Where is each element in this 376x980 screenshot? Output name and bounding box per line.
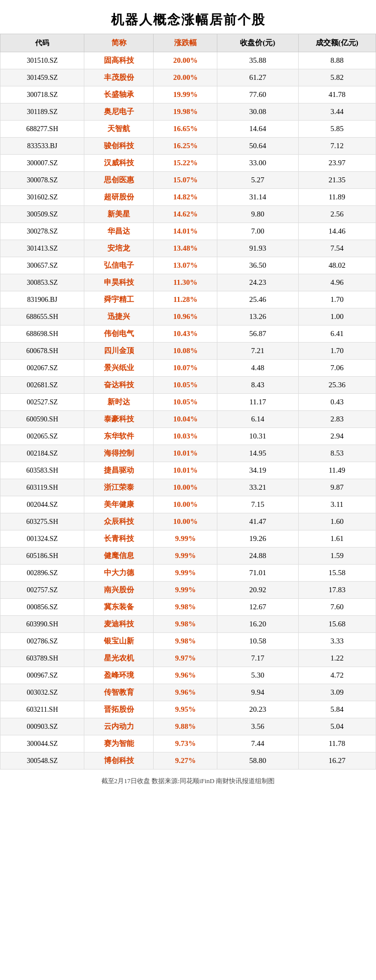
- table-row: 603583.SH捷昌驱动10.01%34.1911.49: [1, 462, 376, 479]
- cell-change: 9.99%: [154, 565, 217, 582]
- cell-price: 41.47: [217, 513, 298, 530]
- cell-volume: 1.61: [298, 530, 375, 548]
- cell-volume: 4.72: [298, 667, 375, 684]
- table-row: 833533.BJ骏创科技16.25%50.647.12: [1, 138, 376, 155]
- table-row: 002184.SZ海得控制10.01%14.958.53: [1, 445, 376, 462]
- cell-code: 002067.SZ: [1, 360, 84, 377]
- cell-name: 骏创科技: [84, 138, 154, 155]
- table-row: 603119.SH浙江荣泰10.00%33.219.87: [1, 479, 376, 496]
- table-row: 002065.SZ东华软件10.03%10.312.94: [1, 428, 376, 445]
- cell-price: 77.60: [217, 86, 298, 103]
- cell-change: 20.00%: [154, 69, 217, 86]
- cell-volume: 48.02: [298, 257, 375, 274]
- cell-price: 16.20: [217, 616, 298, 633]
- cell-name: 东华软件: [84, 428, 154, 445]
- header-change: 涨跌幅: [154, 34, 217, 52]
- table-row: 603275.SH众辰科技10.00%41.471.60: [1, 513, 376, 530]
- cell-code: 688655.SH: [1, 308, 84, 325]
- cell-volume: 1.70: [298, 291, 375, 308]
- table-row: 688655.SH迅捷兴10.96%13.261.00: [1, 308, 376, 325]
- cell-volume: 8.53: [298, 445, 375, 462]
- table-row: 003032.SZ传智教育9.96%9.943.09: [1, 684, 376, 701]
- table-row: 000903.SZ云内动力9.88%3.565.04: [1, 718, 376, 735]
- cell-change: 9.99%: [154, 530, 217, 548]
- cell-change: 10.08%: [154, 343, 217, 360]
- table-row: 603789.SH星光农机9.97%7.171.22: [1, 650, 376, 667]
- cell-price: 33.00: [217, 155, 298, 172]
- cell-volume: 14.46: [298, 223, 375, 240]
- table-row: 300509.SZ新美星14.62%9.802.56: [1, 206, 376, 223]
- table-row: 300044.SZ赛为智能9.73%7.4411.78: [1, 735, 376, 752]
- cell-price: 91.93: [217, 240, 298, 257]
- table-row: 000967.SZ盈峰环境9.96%5.304.72: [1, 667, 376, 684]
- cell-name: 捷昌驱动: [84, 462, 154, 479]
- cell-name: 思创医惠: [84, 172, 154, 189]
- cell-change: 9.96%: [154, 667, 217, 684]
- table-row: 301189.SZ奥尼电子19.98%30.083.44: [1, 103, 376, 121]
- cell-volume: 21.35: [298, 172, 375, 189]
- cell-code: 301510.SZ: [1, 52, 84, 69]
- cell-name: 海得控制: [84, 445, 154, 462]
- cell-code: 301189.SZ: [1, 103, 84, 121]
- cell-code: 000856.SZ: [1, 599, 84, 616]
- cell-name: 长盛轴承: [84, 86, 154, 103]
- cell-code: 301602.SZ: [1, 189, 84, 206]
- page-container: 机器人概念涨幅居前个股 代码 简称 涨跌幅 收盘价(元) 成交额(亿元) 301…: [0, 0, 376, 793]
- cell-price: 19.26: [217, 530, 298, 548]
- cell-price: 5.30: [217, 667, 298, 684]
- cell-volume: 3.44: [298, 103, 375, 121]
- cell-change: 9.99%: [154, 548, 217, 565]
- cell-name: 众辰科技: [84, 513, 154, 530]
- cell-change: 16.25%: [154, 138, 217, 155]
- cell-change: 13.48%: [154, 240, 217, 257]
- cell-price: 20.92: [217, 582, 298, 599]
- cell-name: 汉威科技: [84, 155, 154, 172]
- cell-change: 15.22%: [154, 155, 217, 172]
- cell-volume: 1.00: [298, 308, 375, 325]
- table-row: 300657.SZ弘信电子13.07%36.5048.02: [1, 257, 376, 274]
- cell-change: 9.96%: [154, 684, 217, 701]
- cell-name: 申昊科技: [84, 274, 154, 291]
- cell-volume: 4.96: [298, 274, 375, 291]
- cell-code: 605186.SH: [1, 548, 84, 565]
- cell-price: 34.19: [217, 462, 298, 479]
- cell-change: 10.00%: [154, 513, 217, 530]
- cell-change: 10.07%: [154, 360, 217, 377]
- cell-price: 7.00: [217, 223, 298, 240]
- cell-volume: 9.87: [298, 479, 375, 496]
- cell-name: 舜宇精工: [84, 291, 154, 308]
- cell-price: 7.15: [217, 496, 298, 513]
- table-row: 605186.SH健麾信息9.99%24.881.59: [1, 548, 376, 565]
- cell-change: 16.65%: [154, 121, 217, 138]
- cell-name: 星光农机: [84, 650, 154, 667]
- cell-name: 冀东装备: [84, 599, 154, 616]
- cell-code: 002896.SZ: [1, 565, 84, 582]
- cell-change: 10.05%: [154, 377, 217, 394]
- cell-name: 奥尼电子: [84, 103, 154, 121]
- cell-code: 600590.SH: [1, 411, 84, 428]
- cell-change: 9.98%: [154, 616, 217, 633]
- stocks-table: 代码 简称 涨跌幅 收盘价(元) 成交额(亿元) 301510.SZ固高科技20…: [0, 34, 376, 770]
- cell-volume: 7.12: [298, 138, 375, 155]
- cell-price: 11.17: [217, 394, 298, 411]
- cell-price: 9.94: [217, 684, 298, 701]
- cell-name: 安培龙: [84, 240, 154, 257]
- cell-name: 健麾信息: [84, 548, 154, 565]
- table-row: 300548.SZ博创科技9.27%58.8016.27: [1, 752, 376, 770]
- cell-change: 10.04%: [154, 411, 217, 428]
- cell-volume: 0.43: [298, 394, 375, 411]
- cell-volume: 7.54: [298, 240, 375, 257]
- cell-change: 9.73%: [154, 735, 217, 752]
- cell-name: 丰茂股份: [84, 69, 154, 86]
- cell-change: 15.07%: [154, 172, 217, 189]
- table-row: 300078.SZ思创医惠15.07%5.2721.35: [1, 172, 376, 189]
- cell-change: 9.95%: [154, 701, 217, 718]
- cell-code: 688698.SH: [1, 325, 84, 343]
- cell-price: 50.64: [217, 138, 298, 155]
- cell-change: 14.62%: [154, 206, 217, 223]
- cell-price: 7.44: [217, 735, 298, 752]
- cell-price: 24.23: [217, 274, 298, 291]
- cell-name: 浙江荣泰: [84, 479, 154, 496]
- table-row: 002681.SZ奋达科技10.05%8.4325.36: [1, 377, 376, 394]
- header-name: 简称: [84, 34, 154, 52]
